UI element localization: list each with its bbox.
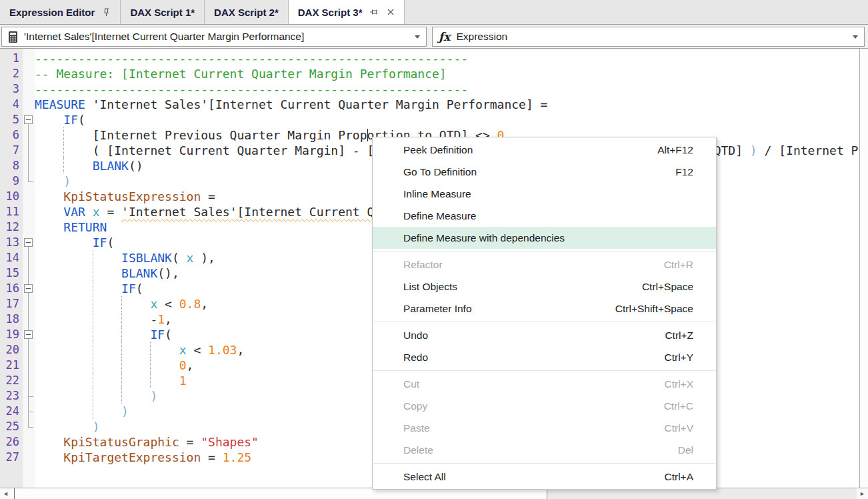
menu-item-redo[interactable]: RedoCtrl+Y [373,346,716,368]
code-line-4[interactable]: MEASURE 'Internet Sales'[Internet Curren… [35,97,868,112]
measure-selector-dropdown[interactable]: 'Internet Sales'[Internet Current Quarte… [1,27,427,47]
menu-item-label: Select All [403,471,446,483]
menu-item-define-measure[interactable]: Define Measure [373,205,716,227]
line-number: 8 [0,158,23,173]
scroll-right-icon[interactable]: ► [857,488,868,499]
code-token: , [201,297,208,311]
line-number: 6 [0,127,23,143]
code-line-5[interactable]: IF( [35,112,868,127]
menu-separator [373,463,715,464]
line-number: 24 [0,404,23,419]
fold-collapse-button[interactable] [24,284,33,293]
tab-label: DAX Script 2* [214,7,279,18]
indent-guide [121,358,122,373]
code-token: ( [136,282,143,296]
scrollbar-thumb[interactable] [14,488,547,499]
code-token: ) [150,389,157,403]
code-token [35,374,179,388]
code-token: = [201,450,223,464]
code-token: 0 [179,358,187,372]
fold-collapse-button[interactable] [24,238,33,247]
fold-collapse-button[interactable] [24,115,33,124]
code-token: ( [107,235,114,250]
toolbar: 'Internet Sales'[Internet Current Quarte… [0,25,868,49]
tab-dax-script-2[interactable]: DAX Script 2* [205,0,289,24]
menu-item-shortcut: Ctrl+Shift+Space [615,303,693,315]
code-token: ( [78,113,85,127]
menu-separator [373,322,715,322]
line-number: 25 [0,419,23,434]
text-caret [367,129,369,141]
indent-guide [93,327,93,342]
menu-item-copy: CopyCtrl+C [373,395,716,417]
menu-item-parameter-info[interactable]: Parameter InfoCtrl+Shift+Space [373,298,716,320]
code-token: , [187,358,194,372]
code-token: -- Measure: [Internet Current Quarter Ma… [35,67,447,81]
pin-icon[interactable] [102,7,111,17]
menu-item-undo[interactable]: UndoCtrl+Z [373,324,716,346]
code-token: BLANK [93,159,129,173]
tab-strip: Expression Editor DAX Script 1* DAX Scri… [0,0,868,25]
fx-icon: ƒx [439,30,450,43]
line-number: 15 [0,266,23,281]
code-token [35,251,121,265]
measure-selector-value: 'Internet Sales'[Internet Current Quarte… [24,31,415,43]
indent-guide [63,158,64,173]
menu-item-label: Copy [403,400,427,412]
indent-guide [63,143,64,158]
code-token: ) [743,143,757,157]
menu-item-list-objects[interactable]: List ObjectsCtrl+Space [373,276,716,298]
tab-label: Expression Editor [9,7,95,18]
chevron-down-icon[interactable] [415,35,420,39]
code-token: "Shapes" [201,435,259,449]
code-line-2[interactable]: -- Measure: [Internet Current Quarter Ma… [35,66,868,81]
code-token: 1 [179,374,187,388]
menu-item-delete: DeleteDel [373,439,716,461]
code-token: 1 [157,312,165,326]
menu-item-define-measure-with-dependencies[interactable]: Define Measure with dependencies [373,227,716,249]
vertical-scrollbar-track[interactable] [859,49,868,488]
scroll-left-icon[interactable]: ◄ [0,488,11,499]
menu-item-label: Peek Definition [403,144,473,156]
fold-margin [23,49,35,488]
pin-icon[interactable] [369,7,379,17]
line-number: 18 [0,312,23,327]
property-selector-dropdown[interactable]: ƒx Expression [432,27,865,47]
indent-guide [121,373,122,388]
code-token [35,174,63,188]
line-number: 3 [0,81,23,97]
menu-item-inline-measure[interactable]: Inline Measure [373,183,716,205]
menu-item-select-all[interactable]: Select AllCtrl+A [373,466,716,488]
close-icon[interactable] [387,8,395,16]
tab-expression-editor[interactable]: Expression Editor [0,0,121,24]
chevron-down-icon[interactable] [853,35,858,39]
dax-editor-window: Expression Editor DAX Script 1* DAX Scri… [0,0,868,499]
menu-item-peek-definition[interactable]: Peek DefinitionAlt+F12 [373,139,716,161]
tab-dax-script-3[interactable]: DAX Script 3* [289,0,405,24]
fold-end-mark [28,181,33,182]
code-token: KpiStatusExpression [63,189,201,203]
code-line-3[interactable]: ----------------------------------------… [35,81,868,97]
code-token [35,205,63,219]
code-token: MEASURE [35,97,85,111]
code-token: IF [93,235,107,250]
scrollbar-track[interactable] [547,488,857,499]
code-line-1[interactable]: ----------------------------------------… [35,51,868,66]
menu-item-shortcut: Ctrl+A [665,471,694,483]
indent-guide [121,388,122,404]
indent-guide [93,250,93,266]
code-token: , [237,343,244,357]
indent-guide [121,312,122,327]
fold-collapse-button[interactable] [24,330,33,339]
code-token: ISBLANK [121,251,172,265]
tab-dax-script-1[interactable]: DAX Script 1* [121,0,205,24]
line-number: 26 [0,434,23,450]
line-number: 22 [0,373,23,388]
code-token: - [35,312,157,326]
code-token [35,282,121,296]
menu-item-go-to-definition[interactable]: Go To DefinitionF12 [373,161,716,183]
code-token: x [150,297,157,311]
code-token: ( [165,328,172,342]
code-token: ) [121,404,129,418]
line-number: 7 [0,143,23,158]
